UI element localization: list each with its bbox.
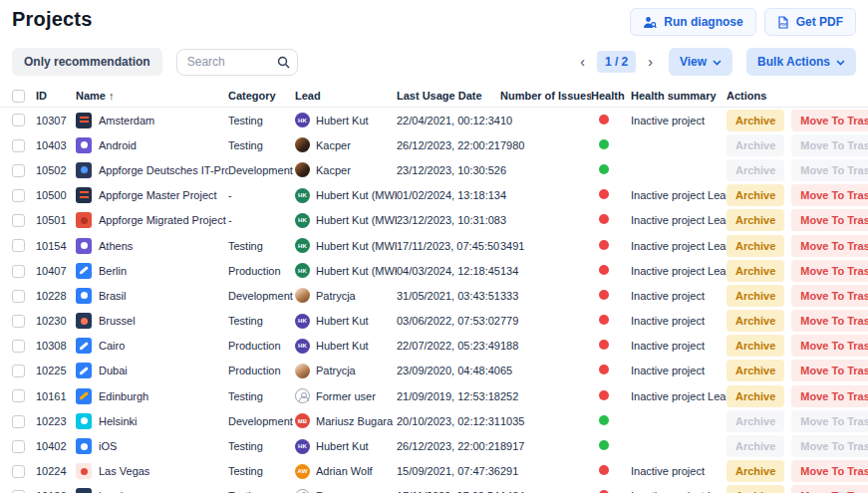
project-name-link[interactable]: Berlin — [99, 265, 127, 277]
column-header-health[interactable]: Health — [591, 90, 631, 102]
row-checkbox[interactable] — [12, 315, 25, 328]
column-header-category[interactable]: Category — [228, 90, 295, 102]
project-name-link[interactable]: Helsinki — [99, 415, 138, 427]
row-checkbox-cell — [12, 239, 36, 253]
project-avatar-icon — [76, 137, 92, 153]
pagination-prev-button[interactable]: ‹ — [578, 55, 587, 69]
archive-button[interactable]: Archive — [726, 285, 784, 307]
row-checkbox[interactable] — [12, 114, 25, 126]
archive-button[interactable]: Archive — [726, 335, 784, 357]
move-to-trash-button: Move To Trash — [791, 435, 868, 457]
row-checkbox[interactable] — [12, 164, 25, 177]
move-to-trash-button: Move To Trash — [791, 410, 868, 432]
row-checkbox[interactable] — [12, 415, 25, 428]
row-checkbox[interactable] — [12, 465, 25, 478]
row-checkbox[interactable] — [12, 239, 25, 252]
project-avatar-motif — [81, 166, 88, 173]
table-row: 10307 Amsterdam Testing HK Hubert Kut 22… — [0, 108, 868, 132]
project-name-link[interactable]: Amsterdam — [99, 115, 154, 126]
row-checkbox[interactable] — [12, 365, 25, 377]
archive-button[interactable]: Archive — [726, 485, 784, 493]
project-name-link[interactable]: Athens — [99, 240, 133, 252]
project-name-link[interactable]: Android — [99, 139, 137, 151]
health-status-dot — [599, 265, 609, 275]
project-name-link[interactable]: Brasil — [99, 290, 127, 302]
health-summary: Inactive project — [631, 115, 726, 126]
project-name-link[interactable]: Brussel — [99, 315, 136, 327]
lead-cell: Former user — [295, 388, 397, 403]
row-checkbox[interactable] — [12, 440, 25, 453]
move-to-trash-button[interactable]: Move To Trash — [791, 460, 868, 482]
move-to-trash-button[interactable]: Move To Trash — [791, 235, 868, 257]
bulk-actions-dropdown-button[interactable]: Bulk Actions — [746, 48, 856, 76]
archive-button[interactable]: Archive — [726, 360, 784, 381]
archive-button[interactable]: Archive — [726, 110, 784, 131]
project-name-link[interactable]: Dubai — [99, 365, 128, 376]
move-to-trash-button[interactable]: Move To Trash — [791, 310, 868, 332]
get-pdf-button[interactable]: PDF Get PDF — [764, 8, 856, 36]
health-cell — [591, 240, 631, 252]
health-cell — [591, 139, 631, 151]
move-to-trash-button[interactable]: Move To Trash — [791, 285, 868, 307]
column-header-id[interactable]: ID — [36, 90, 76, 102]
row-checkbox[interactable] — [12, 139, 25, 152]
row-checkbox[interactable] — [12, 389, 25, 402]
actions-cell: Archive Move To Trash — [726, 435, 868, 457]
row-checkbox[interactable] — [12, 189, 25, 202]
project-name-link[interactable]: Cairo — [99, 340, 125, 352]
table-row: 10407 Berlin Production HK Hubert Kut (M… — [0, 258, 868, 283]
archive-button[interactable]: Archive — [726, 260, 784, 282]
health-summary: Inactive project Lead — [631, 189, 726, 201]
actions-cell: Archive Move To Trash — [726, 485, 868, 493]
only-recommendation-button[interactable]: Only recommendation — [12, 48, 162, 76]
last-usage-date: 03/06/2022, 07:53:02 — [397, 315, 500, 327]
move-to-trash-button[interactable]: Move To Trash — [791, 485, 868, 493]
archive-button[interactable]: Archive — [726, 184, 784, 206]
project-name-link[interactable]: iOS — [99, 440, 117, 452]
run-diagnose-button[interactable]: Run diagnose — [630, 8, 755, 36]
move-to-trash-button[interactable]: Move To Trash — [791, 184, 868, 206]
row-checkbox[interactable] — [12, 290, 25, 303]
column-header-actions: Actions — [726, 90, 868, 102]
lead-cell: HK Hubert Kut — [295, 113, 397, 127]
project-name-link[interactable]: Appforge Migrated Project — [99, 214, 226, 226]
project-name-cell: Appforge Deutsches IT-Projekt — [76, 162, 228, 178]
get-pdf-label: Get PDF — [796, 15, 843, 29]
row-checkbox[interactable] — [12, 340, 25, 353]
move-to-trash-button[interactable]: Move To Trash — [791, 260, 868, 282]
move-to-trash-button[interactable]: Move To Trash — [791, 335, 868, 357]
view-dropdown-button[interactable]: View — [669, 48, 732, 76]
project-name-link[interactable]: Appforge Deutsches IT-Projekt — [99, 164, 228, 176]
health-summary: Inactive project Lead — [631, 265, 726, 277]
project-name-cell: Helsinki — [76, 413, 228, 429]
project-name-link[interactable]: Las Vegas — [99, 465, 149, 477]
archive-button[interactable]: Archive — [726, 460, 784, 482]
project-name-link[interactable]: Appforge Master Project — [99, 189, 217, 201]
chevron-down-icon — [836, 55, 845, 69]
pagination-next-button[interactable]: › — [646, 55, 655, 69]
select-all-checkbox[interactable] — [12, 90, 25, 103]
health-status-dot — [599, 189, 609, 199]
project-avatar-motif — [79, 391, 88, 399]
bulk-actions-label: Bulk Actions — [757, 55, 830, 69]
archive-button[interactable]: Archive — [726, 209, 784, 231]
column-header-health-summary[interactable]: Health summary — [631, 90, 726, 102]
move-to-trash-button[interactable]: Move To Trash — [791, 209, 868, 231]
archive-button[interactable]: Archive — [726, 385, 784, 407]
column-header-lead[interactable]: Lead — [295, 90, 397, 102]
column-header-name[interactable]: Name↑ — [76, 90, 228, 102]
column-header-number-of-issues[interactable]: Number of Issues — [500, 90, 591, 102]
project-name-cell: Brussel — [76, 313, 228, 329]
table-header-row: ID Name↑ Category Lead Last Usage Date N… — [0, 85, 868, 108]
row-checkbox[interactable] — [12, 265, 25, 278]
project-name-link[interactable]: Edinburgh — [99, 390, 148, 402]
last-usage-date: 01/02/2024, 13:18:13 — [397, 189, 500, 201]
move-to-trash-button[interactable]: Move To Trash — [791, 385, 868, 407]
move-to-trash-button[interactable]: Move To Trash — [791, 110, 868, 131]
archive-button[interactable]: Archive — [726, 235, 784, 257]
row-checkbox[interactable] — [12, 214, 25, 227]
column-header-last-usage-date[interactable]: Last Usage Date — [397, 90, 500, 102]
move-to-trash-button[interactable]: Move To Trash — [791, 360, 868, 381]
archive-button[interactable]: Archive — [726, 310, 784, 332]
project-id: 10308 — [36, 340, 76, 352]
